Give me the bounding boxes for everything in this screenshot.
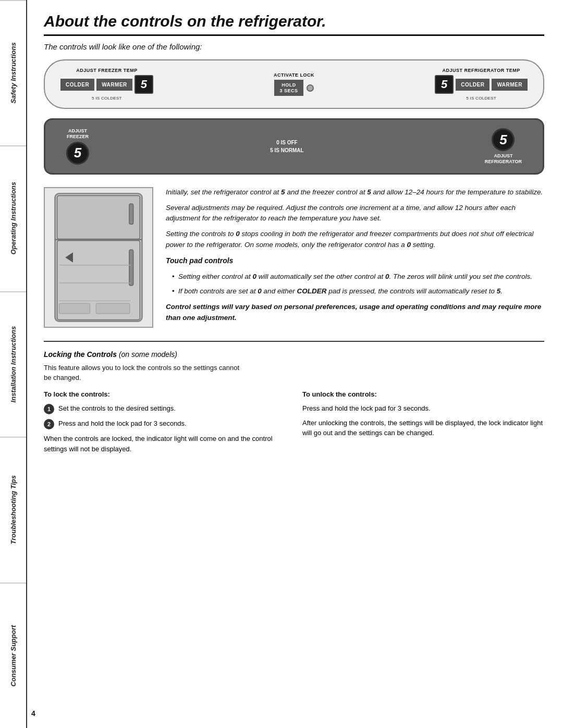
- control-panels: ADJUST FREEZER TEMP COLDER WARMER 5 5 IS…: [44, 59, 544, 175]
- lock-columns: To lock the controls: 1 Set the controls…: [44, 389, 544, 459]
- freezer-label: ADJUST FREEZER TEMP: [76, 68, 138, 73]
- section-divider: [44, 341, 544, 342]
- step-2-circle: 2: [44, 419, 54, 429]
- locking-description: This feature allows you to lock the cont…: [44, 363, 242, 383]
- freezer-buttons: COLDER WARMER 5: [60, 75, 153, 94]
- para2: Several adjustments may be required. Adj…: [166, 203, 544, 224]
- lock-indicator-row: HOLD3 SECS: [274, 80, 313, 96]
- locking-section: Locking the Controls (on some models) Th…: [44, 350, 544, 459]
- instructions-text: Initially, set the refrigerator control …: [166, 187, 544, 328]
- page-title: About the controls on the refrigerator.: [44, 13, 544, 36]
- step-1-circle: 1: [44, 404, 54, 414]
- lock-col-left: To lock the controls: 1 Set the controls…: [44, 389, 286, 459]
- bullet-item-2: If both controls are set at 0 and either…: [172, 286, 544, 297]
- lock-step-2: 2 Press and hold the lock pad for 3 seco…: [44, 418, 286, 429]
- svg-rect-10: [59, 303, 90, 314]
- unlock-note: After unlocking the controls, the settin…: [302, 418, 544, 438]
- fridge-illustration: [44, 187, 153, 328]
- main-content: About the controls on the refrigerator. …: [27, 0, 563, 471]
- sidebar-tab-installation: Installation Instructions: [0, 291, 26, 437]
- panel2-center: 0 IS OFF 5 IS NORMAL: [270, 139, 303, 154]
- freezer-digit: 5: [134, 75, 153, 94]
- panel2-freezer-digit: 5: [66, 142, 89, 165]
- para1: Initially, set the refrigerator control …: [166, 187, 544, 198]
- panel2: ADJUSTFREEZER 5 0 IS OFF 5 IS NORMAL 5 A…: [44, 118, 544, 175]
- svg-rect-4: [129, 204, 133, 224]
- panel2-refrigerator-digit: 5: [492, 128, 515, 151]
- bullet-list: Setting either control at 0 will automat…: [166, 272, 544, 297]
- panel1: ADJUST FREEZER TEMP COLDER WARMER 5 5 IS…: [44, 59, 544, 109]
- middle-section: Initially, set the refrigerator control …: [44, 187, 544, 328]
- freezer-coldest-label: 5 IS COLDEST: [92, 96, 122, 101]
- sidebar: Safety Instructions Operating Instructio…: [0, 0, 27, 728]
- svg-rect-1: [57, 195, 140, 239]
- lock-col-right: To unlock the controls: Press and hold t…: [302, 389, 544, 459]
- panel2-refrigerator-section: 5 ADJUSTREFRIGERATOR: [485, 128, 522, 165]
- refrigerator-colder-button[interactable]: COLDER: [456, 79, 489, 91]
- bullet-item-1: Setting either control at 0 will automat…: [172, 272, 544, 282]
- touch-pad-heading: Touch pad controls: [166, 255, 544, 266]
- refrigerator-label: ADJUST REFRIGERATOR TEMP: [442, 68, 520, 73]
- para3: Setting the controls to 0 stops cooling …: [166, 229, 544, 250]
- panel2-freezer-label: ADJUSTFREEZER: [67, 128, 89, 140]
- svg-rect-5: [129, 250, 133, 286]
- lock-indicator-light: [307, 84, 314, 92]
- page-number: 4: [31, 709, 35, 718]
- panel2-freezer-section: ADJUSTFREEZER 5: [66, 128, 89, 165]
- refrigerator-section: ADJUST REFRIGERATOR TEMP 5 COLDER WARMER…: [435, 68, 528, 101]
- lock-col-title: To lock the controls:: [44, 389, 286, 400]
- refrigerator-warmer-button[interactable]: WARMER: [492, 79, 528, 91]
- bold-warning: Control settings will vary based on pers…: [166, 302, 544, 323]
- activate-lock-label: ACTIVATE LOCK: [274, 72, 314, 78]
- refrigerator-buttons: 5 COLDER WARMER: [435, 75, 528, 94]
- lock-note: When the controls are locked, the indica…: [44, 434, 286, 454]
- sidebar-tab-troubleshooting: Troubleshooting Tips: [0, 437, 26, 582]
- subtitle: The controls will look like one of the f…: [44, 42, 544, 51]
- panel2-refrigerator-label: ADJUSTREFRIGERATOR: [485, 153, 522, 165]
- panel2-center-text: 0 IS OFF 5 IS NORMAL: [270, 139, 303, 154]
- refrigerator-digit: 5: [435, 75, 454, 94]
- lock-section: ACTIVATE LOCK HOLD3 SECS: [274, 72, 314, 96]
- refrigerator-coldest-label: 5 IS COLDEST: [466, 96, 496, 101]
- sidebar-tab-consumer: Consumer Support: [0, 583, 26, 728]
- lock-step-1: 1 Set the controls to the desired settin…: [44, 403, 286, 414]
- hold-button[interactable]: HOLD3 SECS: [274, 80, 303, 96]
- lock-step-1-text: Set the controls to the desired settings…: [58, 403, 176, 414]
- unlock-col-title: To unlock the controls:: [302, 389, 544, 400]
- freezer-colder-button[interactable]: COLDER: [60, 79, 94, 91]
- lock-step-2-text: Press and hold the lock pad for 3 second…: [58, 418, 187, 429]
- locking-title: Locking the Controls (on some models): [44, 350, 544, 359]
- freezer-section: ADJUST FREEZER TEMP COLDER WARMER 5 5 IS…: [60, 68, 153, 101]
- sidebar-tab-operating: Operating Instructions: [0, 145, 26, 291]
- sidebar-tab-safety: Safety Instructions: [0, 0, 26, 145]
- svg-rect-11: [96, 303, 130, 314]
- unlock-step1: Press and hold the lock pad for 3 second…: [302, 403, 544, 414]
- freezer-warmer-button[interactable]: WARMER: [96, 79, 132, 91]
